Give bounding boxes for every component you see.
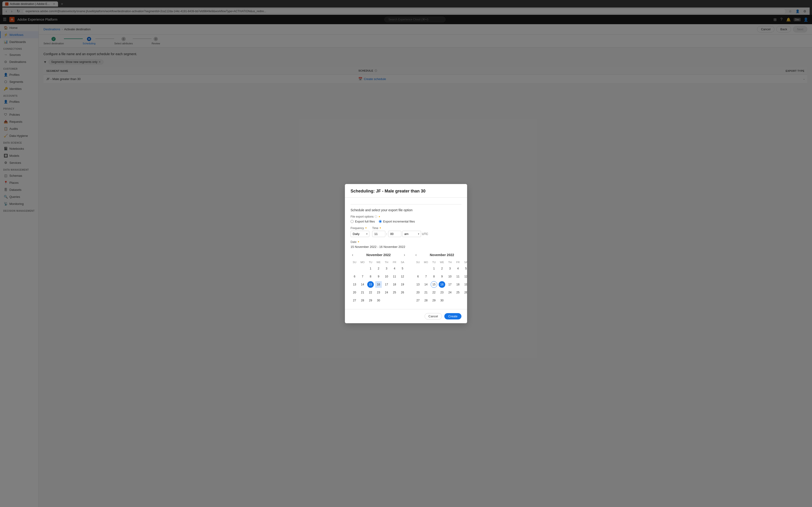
left-cal-prev-btn[interactable]: ‹ [351, 252, 355, 258]
date-label-text: Date [351, 240, 356, 244]
left-cal-day-26[interactable]: 26 [399, 289, 406, 296]
right-cal-day-29[interactable]: 29 [431, 297, 437, 304]
export-incremental-radio[interactable] [379, 220, 382, 223]
right-cal-day-25[interactable]: 25 [455, 289, 461, 296]
right-cal-day-10[interactable]: 10 [447, 273, 453, 280]
right-cal-day-22[interactable]: 22 [431, 289, 437, 296]
left-cal-day-5[interactable]: 5 [399, 265, 406, 272]
ampm-select[interactable]: am pm [402, 231, 421, 237]
file-export-info-icon[interactable]: ⓘ [374, 215, 377, 219]
right-cal-cell: 7 [422, 273, 430, 280]
left-cal-tbody: 1 2 3 4 5 6 7 8 [351, 265, 406, 304]
modal-body: Schedule and select your export file opt… [345, 198, 467, 309]
right-cal-day-6[interactable]: 6 [415, 273, 421, 280]
calendars-row: ‹ November 2022 › SU MO TU [351, 252, 461, 304]
left-cal-cell [351, 265, 359, 273]
right-cal-prev-btn[interactable]: ‹ [414, 252, 418, 258]
left-cal-day-3[interactable]: 3 [383, 265, 390, 272]
left-cal-day-th: TH [383, 260, 391, 265]
left-cal-day-24[interactable]: 24 [383, 289, 390, 296]
right-cal-day-15-today[interactable]: 15 [431, 281, 437, 288]
modal-footer: Cancel Create [345, 309, 467, 323]
left-cal-day-28[interactable]: 28 [359, 297, 366, 304]
right-cal-day-4[interactable]: 4 [455, 265, 461, 272]
left-cal-day-18[interactable]: 18 [391, 281, 398, 288]
right-cal-day-7[interactable]: 7 [423, 273, 429, 280]
left-cal-day-22[interactable]: 22 [367, 289, 374, 296]
right-cal-day-3[interactable]: 3 [447, 265, 453, 272]
left-cal-day-1[interactable]: 1 [367, 265, 374, 272]
right-cal-day-28[interactable]: 28 [423, 297, 429, 304]
left-cal-day-23[interactable]: 23 [375, 289, 382, 296]
right-cal-cell: 26 [462, 288, 467, 296]
right-cal-cell [454, 296, 462, 304]
right-cal-cell: 11 [454, 273, 462, 280]
right-cal-day-14[interactable]: 14 [423, 281, 429, 288]
right-cal-week-2: 6 7 8 9 10 11 12 [414, 273, 467, 280]
right-cal-day-21[interactable]: 21 [423, 289, 429, 296]
left-cal-next-btn[interactable]: › [402, 252, 406, 258]
right-cal-day-26[interactable]: 26 [463, 289, 467, 296]
left-cal-day-10[interactable]: 10 [383, 273, 390, 280]
modal-overlay[interactable]: Scheduling: JF - Male greater than 30 Sc… [39, 24, 812, 507]
left-cal-cell: 3 [383, 265, 391, 273]
right-cal-day-16[interactable]: 16 [439, 281, 445, 288]
right-cal-day-5[interactable]: 5 [463, 265, 467, 272]
right-cal-next-btn[interactable]: › [466, 252, 467, 258]
left-cal-day-13[interactable]: 13 [351, 281, 358, 288]
left-cal-day-27[interactable]: 27 [351, 297, 358, 304]
right-cal-day-9[interactable]: 9 [439, 273, 445, 280]
left-cal-cell [359, 265, 366, 273]
right-cal-day-2[interactable]: 2 [439, 265, 445, 272]
left-cal-cell [383, 296, 391, 304]
left-cal-day-14[interactable]: 14 [359, 281, 366, 288]
main-content: Destinations › Activate destination Canc… [39, 24, 812, 507]
right-cal-day-8[interactable]: 8 [431, 273, 437, 280]
export-options-group: Export full files Export incremental fil… [351, 220, 461, 223]
left-cal-day-9[interactable]: 9 [375, 273, 382, 280]
right-cal-day-17[interactable]: 17 [447, 281, 453, 288]
left-cal-day-11[interactable]: 11 [391, 273, 398, 280]
right-cal-day-11[interactable]: 11 [455, 273, 461, 280]
right-cal-day-1[interactable]: 1 [431, 265, 437, 272]
right-cal-day-23[interactable]: 23 [439, 289, 445, 296]
right-cal-day-13[interactable]: 13 [415, 281, 421, 288]
modal-create-button[interactable]: Create [444, 313, 461, 320]
left-cal-cell: 2 [374, 265, 383, 273]
right-cal-cell: 25 [454, 288, 462, 296]
frequency-select[interactable]: Daily Hourly Weekly [351, 231, 369, 237]
left-cal-day-15[interactable]: 15 [367, 281, 374, 288]
right-cal-day-30[interactable]: 30 [439, 297, 445, 304]
left-cal-day-29[interactable]: 29 [367, 297, 374, 304]
time-minute-input[interactable] [388, 231, 401, 237]
right-cal-day-we: WE [438, 260, 446, 265]
export-full-files-option[interactable]: Export full files [351, 220, 375, 223]
export-incremental-option[interactable]: Export incremental files [379, 220, 415, 223]
right-cal-day-12[interactable]: 12 [463, 273, 467, 280]
left-cal-day-12[interactable]: 12 [399, 273, 406, 280]
right-cal-day-24[interactable]: 24 [447, 289, 453, 296]
right-cal-day-18[interactable]: 18 [455, 281, 461, 288]
left-cal-day-21[interactable]: 21 [359, 289, 366, 296]
right-cal-day-19[interactable]: 19 [463, 281, 467, 288]
left-cal-day-2[interactable]: 2 [375, 265, 382, 272]
modal-cancel-button[interactable]: Cancel [424, 313, 442, 320]
right-cal-cell: 1 [430, 265, 438, 273]
left-cal-day-19[interactable]: 19 [399, 281, 406, 288]
left-cal-day-16[interactable]: 16 [375, 281, 382, 288]
right-cal-day-20[interactable]: 20 [415, 289, 421, 296]
right-cal-cell [462, 296, 467, 304]
left-cal-day-6[interactable]: 6 [351, 273, 358, 280]
right-cal-day-27[interactable]: 27 [415, 297, 421, 304]
right-cal-day-th: TH [446, 260, 454, 265]
left-cal-day-30[interactable]: 30 [375, 297, 382, 304]
left-cal-day-8[interactable]: 8 [367, 273, 374, 280]
left-cal-week-2: 6 7 8 9 10 11 12 [351, 273, 406, 280]
left-cal-day-25[interactable]: 25 [391, 289, 398, 296]
left-cal-day-4[interactable]: 4 [391, 265, 398, 272]
time-hour-input[interactable] [372, 231, 385, 237]
left-cal-day-17[interactable]: 17 [383, 281, 390, 288]
export-full-radio[interactable] [351, 220, 354, 223]
left-cal-day-20[interactable]: 20 [351, 289, 358, 296]
left-cal-day-7[interactable]: 7 [359, 273, 366, 280]
